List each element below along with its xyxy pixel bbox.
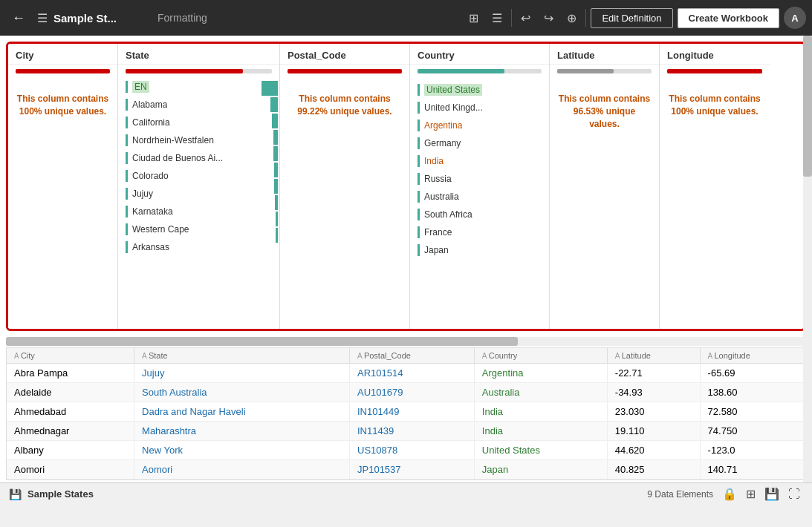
create-workbook-button[interactable]: Create Workbook — [678, 8, 779, 28]
lock-button[interactable]: 🔒 — [719, 485, 740, 503]
back-button[interactable]: ← — [6, 7, 31, 29]
col-bar-fill-country — [418, 69, 504, 73]
list-text: Alabama — [132, 99, 167, 110]
col-bar-bg-city — [16, 69, 110, 73]
cell-lon: 138.60 — [700, 383, 805, 402]
data-elements-count: 9 Data Elements — [647, 489, 713, 500]
edit-definition-button[interactable]: Edit Definition — [591, 8, 672, 28]
col-bar-fill-longitude — [667, 69, 762, 73]
user-avatar[interactable]: A — [784, 7, 806, 29]
expand-status-button[interactable]: ⛶ — [785, 485, 803, 503]
table-row: Ahmednagar Maharashtra IN11439 India 19.… — [7, 422, 805, 441]
cell-lon: -123.0 — [700, 441, 805, 460]
list-text: California — [132, 117, 170, 128]
col-header-country: Country — [410, 44, 549, 65]
hist-bar — [262, 81, 278, 96]
cell-postal: US10878 — [350, 441, 475, 460]
col-unique-msg-latitude: This column contains 96.53% unique value… — [550, 78, 659, 145]
status-icons: 🔒 ⊞ 💾 ⛶ — [719, 485, 803, 503]
undo-button[interactable]: ↩ — [516, 8, 535, 28]
vertical-scrollbar[interactable] — [803, 36, 812, 505]
col-header-state: State — [118, 44, 279, 65]
cell-lat: 40.825 — [607, 460, 700, 479]
col-header-postal: A Postal_Code — [350, 348, 475, 364]
hist-bar — [273, 130, 279, 145]
table-row: Ahmedabad Dadra and Nagar Haveli IN10144… — [7, 402, 805, 422]
list-text: Colorado — [132, 171, 169, 181]
list-text: India — [424, 156, 444, 166]
list-text: Arkansas — [132, 242, 169, 252]
list-view-button[interactable]: ☰ — [487, 8, 507, 28]
cell-postal: IN101449 — [350, 402, 475, 422]
cell-state: South Australia — [134, 383, 350, 402]
list-text: EN — [132, 81, 149, 93]
list-bar — [418, 84, 420, 96]
col-bar-fill-postal — [288, 69, 402, 73]
col-bar-fill-city — [16, 69, 110, 73]
cell-lat: 19.110 — [607, 422, 700, 441]
cell-state: Jujuy — [134, 364, 350, 383]
list-bar — [126, 134, 128, 146]
list-bar — [126, 117, 128, 128]
col-panel-city: City This column contains 100% unique va… — [8, 44, 118, 329]
list-bar — [418, 155, 420, 167]
list-bar — [126, 99, 128, 111]
horizontal-scrollbar[interactable] — [6, 337, 806, 346]
cell-lat: 44.620 — [607, 441, 700, 460]
cell-postal: IN11439 — [350, 422, 475, 441]
cell-country: United States — [474, 441, 607, 460]
list-text: Japan — [424, 245, 449, 255]
hist-bar — [275, 195, 278, 210]
data-table: A City A State A Postal_Code A Country A… — [7, 348, 805, 479]
table-header-row: A City A State A Postal_Code A Country A… — [7, 348, 805, 364]
grid-view-button[interactable]: ⊞ — [464, 8, 483, 28]
preview-panel: City This column contains 100% unique va… — [6, 42, 806, 331]
cell-state: Dadra and Nagar Haveli — [134, 402, 350, 422]
redo-button[interactable]: ↪ — [539, 8, 558, 28]
cell-country: India — [474, 422, 607, 441]
list-text: Germany — [424, 138, 461, 148]
col-bar-city — [8, 65, 117, 78]
table-row: Adelaide South Australia AU101679 Austra… — [7, 383, 805, 402]
list-text: Russia — [424, 174, 452, 184]
list-text: Ciudad de Buenos Ai... — [132, 153, 223, 163]
cell-lat: -22.71 — [607, 364, 700, 383]
save-status-button[interactable]: 💾 — [761, 485, 782, 503]
list-bar — [418, 244, 420, 256]
list-bar — [126, 152, 128, 164]
col-bar-latitude — [550, 65, 659, 78]
list-item: Ciudad de Buenos Ai... — [118, 149, 257, 167]
list-item: France — [410, 223, 549, 241]
status-bar: 💾 Sample States 9 Data Elements 🔒 ⊞ 💾 ⛶ — [0, 482, 812, 505]
cell-state: New York — [134, 441, 350, 460]
list-bar — [126, 81, 128, 93]
pin-button[interactable]: ⊕ — [562, 8, 581, 28]
cell-city: Ahmednagar — [7, 422, 134, 441]
col-bar-bg-latitude — [557, 69, 652, 73]
col-header-city: A City — [7, 348, 134, 364]
cell-state: Aomori — [134, 460, 350, 479]
v-scrollbar-thumb — [803, 36, 812, 177]
main-content: City This column contains 100% unique va… — [0, 36, 812, 505]
list-item: United States — [410, 81, 549, 99]
col-header-state: A State — [134, 348, 350, 364]
col-bar-postal — [280, 65, 409, 78]
col-bar-bg-country — [418, 69, 542, 73]
list-item: United Kingd... — [410, 99, 549, 117]
grid-status-button[interactable]: ⊞ — [743, 485, 759, 503]
document-title: Sample St... — [53, 12, 143, 24]
col-header-country: A Country — [474, 348, 607, 364]
hist-bar — [274, 163, 278, 177]
tab-formatting[interactable]: Formatting — [149, 9, 216, 27]
cell-city: Ahmedabad — [7, 402, 134, 422]
list-bar — [418, 102, 420, 114]
cell-city: Adelaide — [7, 383, 134, 402]
toolbar-divider — [511, 9, 512, 27]
list-item: Arkansas — [118, 238, 257, 256]
col-unique-msg-longitude: This column contains 100% unique values. — [660, 78, 770, 133]
cell-state: Maharashtra — [134, 422, 350, 441]
list-item: EN — [118, 78, 257, 96]
hist-bar — [270, 97, 278, 112]
list-item: Karnataka — [118, 203, 257, 220]
col-panel-country: Country United States United Kingd... — [410, 44, 550, 329]
